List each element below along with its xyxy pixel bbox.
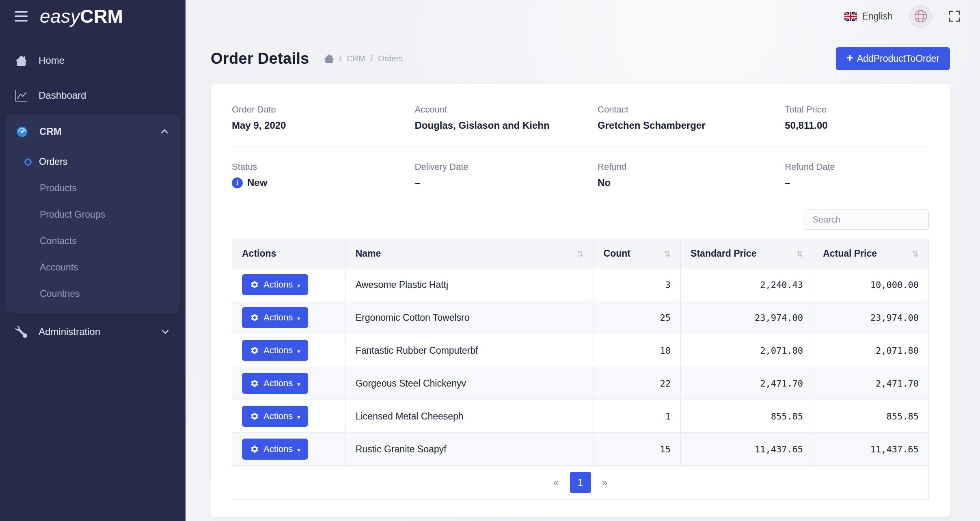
table-row: Actions ▾ Rustic Granite Soapyf 15 11,43…: [232, 433, 929, 466]
field-value: 50,811.00: [785, 120, 929, 131]
brand-prefix: easy: [40, 6, 80, 27]
caret-down-icon: ▾: [297, 414, 300, 420]
sidebar-subitem-contacts[interactable]: Contacts: [6, 228, 180, 254]
info-icon[interactable]: i: [232, 177, 243, 188]
field-value: –: [415, 177, 598, 188]
column-label: Count: [604, 248, 630, 259]
sidebar-nav: Home Dashboard CRM Orders Products Produ…: [0, 32, 186, 349]
pagination-next-button[interactable]: »: [594, 472, 615, 493]
row-actions-button[interactable]: Actions ▾: [242, 406, 308, 427]
sidebar-subitem-label: Countries: [40, 288, 80, 299]
order-info-row-2: Status i New Delivery Date – Refund No R…: [232, 147, 929, 188]
sidebar-item-home[interactable]: Home: [0, 43, 186, 78]
sidebar-item-crm[interactable]: CRM: [6, 115, 180, 149]
cell-actions: Actions ▾: [232, 301, 346, 334]
sidebar-subitem-orders[interactable]: Orders: [6, 149, 180, 175]
cell-name: Ergonomic Cotton Towelsro: [345, 301, 594, 334]
actions-button-label: Actions: [263, 312, 293, 323]
user-avatar[interactable]: [910, 6, 931, 27]
cell-actions: Actions ▾: [232, 334, 346, 367]
gear-icon: [250, 280, 259, 289]
field-label: Contact: [598, 104, 785, 115]
pagination: « 1 »: [232, 466, 929, 500]
row-actions-button[interactable]: Actions ▾: [242, 274, 308, 295]
field-total-price: Total Price 50,811.00: [785, 104, 929, 131]
field-account: Account Douglas, Gislason and Kiehn: [415, 104, 598, 131]
actions-button-label: Actions: [263, 279, 293, 290]
cell-actions: Actions ▾: [232, 367, 346, 400]
page-header: Order Details / CRM / Orders + AddProduc…: [211, 47, 950, 70]
uk-flag-icon: [844, 12, 857, 21]
pagination-page-1-button[interactable]: 1: [570, 472, 591, 493]
field-value: –: [785, 177, 929, 188]
chevron-up-icon: [160, 127, 169, 136]
field-value: No: [598, 177, 785, 188]
cell-standard-price: 11,437.65: [681, 433, 813, 466]
sidebar-item-label: CRM: [39, 126, 62, 137]
globe-icon: [913, 9, 928, 24]
column-header-standard-price[interactable]: Standard Price⇅: [681, 239, 813, 268]
sidebar-subitem-countries[interactable]: Countries: [6, 281, 180, 307]
gear-icon: [250, 379, 259, 388]
sidebar-subitem-label: Products: [40, 183, 77, 194]
breadcrumb-separator: /: [371, 54, 373, 63]
pagination-prev-button[interactable]: «: [546, 472, 567, 493]
dot-circle-icon: [24, 158, 32, 166]
home-breadcrumb-icon[interactable]: [324, 54, 334, 64]
table-row: Actions ▾ Awesome Plastic Hattj 3 2,240.…: [232, 268, 929, 301]
wrench-icon: [15, 326, 27, 338]
brand-logo[interactable]: easyCRM: [40, 5, 123, 27]
sidebar-subitem-label: Orders: [39, 156, 67, 167]
order-details-card: Order Date May 9, 2020 Account Douglas, …: [211, 84, 950, 517]
column-header-name[interactable]: Name⇅: [345, 239, 594, 268]
sidebar-subitem-product-groups[interactable]: Product Groups: [6, 201, 180, 228]
table-row: Actions ▾ Fantastic Rubber Computerbf 18…: [232, 334, 929, 367]
order-info-row-1: Order Date May 9, 2020 Account Douglas, …: [232, 104, 929, 131]
cell-name: Awesome Plastic Hattj: [345, 268, 594, 301]
main-area: English Order Details / CRM / Orders + A…: [186, 0, 980, 521]
sort-icon: ⇅: [793, 249, 803, 259]
column-label: Actions: [242, 248, 276, 259]
sidebar-subitem-products[interactable]: Products: [6, 175, 180, 201]
sort-icon: ⇅: [909, 249, 919, 259]
sidebar-item-label: Home: [39, 55, 65, 66]
actions-button-label: Actions: [263, 444, 293, 454]
breadcrumb-orders[interactable]: Orders: [378, 54, 403, 63]
field-value: Douglas, Gislason and Kiehn: [415, 120, 598, 131]
row-actions-button[interactable]: Actions ▾: [242, 439, 308, 460]
add-product-to-order-button[interactable]: + AddProductToOrder: [836, 47, 950, 70]
breadcrumb-separator: /: [339, 54, 342, 63]
chevron-down-icon: [160, 327, 170, 337]
column-header-count[interactable]: Count⇅: [594, 239, 681, 268]
content: Order Details / CRM / Orders + AddProduc…: [186, 32, 980, 517]
field-label: Account: [415, 104, 598, 115]
add-button-label: AddProductToOrder: [857, 53, 939, 64]
field-label: Delivery Date: [415, 162, 598, 172]
sidebar-item-dashboard[interactable]: Dashboard: [0, 78, 186, 113]
row-actions-button[interactable]: Actions ▾: [242, 340, 308, 361]
row-actions-button[interactable]: Actions ▾: [242, 307, 308, 328]
dashboard-icon: [15, 90, 27, 102]
cell-name: Gorgeous Steel Chickenyv: [345, 367, 594, 400]
field-delivery-date: Delivery Date –: [415, 162, 598, 188]
field-label: Refund: [598, 162, 785, 172]
home-icon: [15, 55, 27, 67]
field-order-date: Order Date May 9, 2020: [232, 104, 415, 131]
cell-count: 22: [594, 367, 681, 400]
cell-actual-price: 855.85: [813, 400, 929, 433]
field-label: Status: [232, 162, 415, 172]
field-value: May 9, 2020: [232, 120, 415, 131]
column-header-actual-price[interactable]: Actual Price⇅: [813, 239, 929, 268]
field-label: Total Price: [785, 104, 929, 115]
hamburger-menu-icon[interactable]: [15, 11, 28, 22]
page-title: Order Details: [211, 50, 309, 67]
sidebar-item-administration[interactable]: Administration: [0, 314, 186, 349]
sidebar-subitem-accounts[interactable]: Accounts: [6, 254, 180, 281]
language-selector[interactable]: English: [844, 11, 893, 22]
fullscreen-button[interactable]: [948, 10, 961, 22]
gear-icon: [250, 412, 259, 421]
breadcrumb-crm[interactable]: CRM: [347, 54, 365, 63]
row-actions-button[interactable]: Actions ▾: [242, 373, 308, 394]
field-label: Order Date: [232, 104, 415, 115]
search-input[interactable]: [805, 210, 929, 230]
